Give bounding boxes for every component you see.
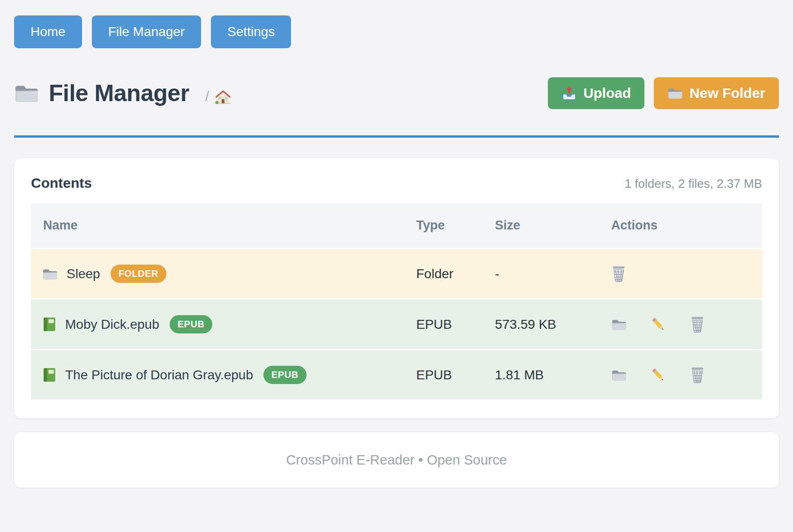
size-cell: - xyxy=(495,248,611,298)
contents-title: Contents xyxy=(31,175,92,191)
name-cell: The Picture of Dorian Gray.epub EPUB xyxy=(31,349,416,399)
book-icon xyxy=(42,317,57,332)
actions-cell xyxy=(611,298,762,349)
column-header-name: Name xyxy=(31,203,416,248)
outbox-tray-icon xyxy=(561,86,577,101)
new-folder-button[interactable]: New Folder xyxy=(654,77,779,109)
folder-action-button[interactable] xyxy=(611,318,627,332)
type-cell: EPUB xyxy=(416,349,495,399)
edit-action-button[interactable] xyxy=(651,367,666,383)
files-table: Name Type Size Actions Sleep FOLDER Fold… xyxy=(31,203,762,399)
book-icon xyxy=(42,367,57,383)
upload-button-label: Upload xyxy=(584,85,631,101)
folder-icon xyxy=(611,318,627,332)
header-actions: Upload New Folder xyxy=(548,77,779,109)
delete-action-button[interactable] xyxy=(611,266,626,282)
trash-icon xyxy=(611,266,626,282)
delete-action-button[interactable] xyxy=(690,367,705,384)
page-title: File Manager xyxy=(49,80,189,107)
file-name: The Picture of Dorian Gray.epub xyxy=(65,368,253,383)
type-cell: Folder xyxy=(416,248,495,298)
page-title-group: File Manager / xyxy=(14,80,232,107)
type-cell: EPUB xyxy=(416,298,495,349)
footer-card: CrossPoint E-Reader • Open Source xyxy=(14,432,779,488)
table-header-row: Name Type Size Actions xyxy=(31,203,762,248)
pencil-icon xyxy=(651,367,666,383)
actions-cell xyxy=(611,349,762,399)
contents-summary: 1 folders, 2 files, 2.37 MB xyxy=(625,177,762,191)
column-header-type: Type xyxy=(416,203,495,248)
home-icon[interactable] xyxy=(215,89,232,105)
top-nav: Home File Manager Settings xyxy=(0,0,793,48)
contents-card: Contents 1 folders, 2 files, 2.37 MB Nam… xyxy=(14,158,779,418)
type-badge: EPUB xyxy=(263,366,307,384)
breadcrumb-separator: / xyxy=(205,89,209,104)
nav-button-settings[interactable]: Settings xyxy=(211,15,291,48)
delete-action-button[interactable] xyxy=(690,316,705,333)
file-name: Sleep xyxy=(67,266,100,281)
folder-icon xyxy=(42,267,58,281)
file-name: Moby Dick.epub xyxy=(65,317,159,332)
folder-icon xyxy=(611,368,627,382)
actions-cell xyxy=(611,248,762,298)
upload-button[interactable]: Upload xyxy=(548,77,645,109)
pencil-icon xyxy=(651,317,666,332)
nav-button-file-manager[interactable]: File Manager xyxy=(92,15,201,48)
table-row: Moby Dick.epub EPUB EPUB 573.59 KB xyxy=(31,298,762,349)
size-cell: 573.59 KB xyxy=(495,298,611,349)
contents-card-header: Contents 1 folders, 2 files, 2.37 MB xyxy=(31,175,762,191)
folder-icon xyxy=(667,86,683,100)
footer-text: CrossPoint E-Reader • Open Source xyxy=(286,452,507,468)
name-cell: Sleep FOLDER xyxy=(31,248,416,298)
new-folder-button-label: New Folder xyxy=(689,85,765,101)
trash-icon xyxy=(690,367,705,384)
table-row: Sleep FOLDER Folder - xyxy=(31,248,762,298)
column-header-actions: Actions xyxy=(611,203,762,248)
edit-action-button[interactable] xyxy=(651,317,666,332)
title-divider xyxy=(14,135,779,138)
type-badge: FOLDER xyxy=(111,265,166,283)
column-header-size: Size xyxy=(495,203,611,248)
table-row: The Picture of Dorian Gray.epub EPUB EPU… xyxy=(31,349,762,399)
trash-icon xyxy=(690,316,705,333)
name-cell: Moby Dick.epub EPUB xyxy=(31,298,416,349)
folder-action-button[interactable] xyxy=(611,368,627,382)
page-header: File Manager / Upload New Folder xyxy=(14,77,779,109)
size-cell: 1.81 MB xyxy=(495,349,611,399)
folder-icon xyxy=(14,82,39,104)
nav-button-home[interactable]: Home xyxy=(14,15,82,48)
type-badge: EPUB xyxy=(170,315,213,333)
